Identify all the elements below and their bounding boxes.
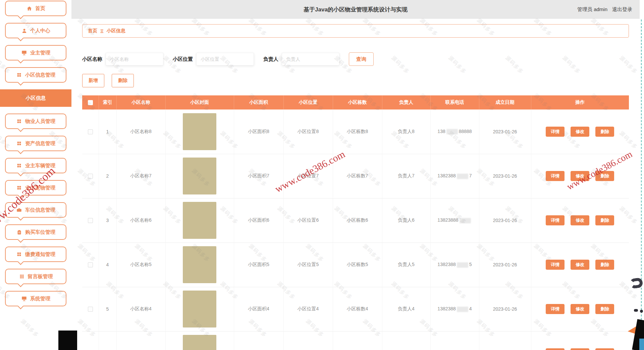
row-checkbox[interactable] [88, 307, 93, 312]
sidebar-item-icon [16, 251, 22, 257]
detail-button[interactable]: 详情 [546, 260, 565, 270]
cell-area: 小区面积4 [234, 287, 283, 331]
filter-groups: 小区名称 小区位置 负责人 [82, 53, 349, 65]
detail-button[interactable]: 详情 [546, 348, 565, 350]
sidebar-item[interactable]: 业主管理 [5, 45, 66, 60]
phone-redaction [457, 307, 468, 312]
cell-manager: 负责人6 [382, 198, 430, 243]
sidebar-item-label: 缴费通知管理 [25, 251, 55, 258]
filter-input[interactable] [106, 53, 163, 65]
community-cover-photo [183, 335, 216, 350]
col-name: 小区名称 [116, 95, 165, 110]
detail-button[interactable]: 详情 [546, 171, 565, 181]
community-cover-photo [183, 158, 216, 194]
edit-button[interactable]: 修改 [571, 348, 589, 350]
table-row: 5 小区名称4 小区面积4 小区位置4 小区栋数4 负责人4 13823884 … [82, 287, 629, 331]
sidebar-item[interactable]: 系统管理 [5, 291, 66, 306]
cell-buildings: 小区栋数6 [333, 198, 382, 243]
main-area: 基于Java的小区物业管理系统设计与实现 管理员 admin 退出登录 首页 Ξ… [71, 0, 640, 350]
filter-label: 小区位置 [173, 56, 193, 62]
detail-button[interactable]: 详情 [546, 127, 565, 137]
sidebar-item[interactable]: 物业人员管理 [5, 114, 66, 129]
sidebar-item[interactable]: 首页 [5, 1, 66, 16]
phone-redaction [457, 174, 468, 179]
sidebar-item-label: 个人中心 [30, 28, 50, 34]
cell-location: 小区位置5 [283, 243, 333, 287]
delete-button[interactable]: 删除 [595, 304, 614, 314]
sidebar-item[interactable]: 资产信息管理 [5, 136, 66, 151]
breadcrumb: 首页 Ξ 小区信息 [82, 24, 629, 38]
cell-index: 3 [99, 198, 116, 243]
sidebar-item[interactable]: 购买车位管理 [5, 224, 66, 240]
add-button[interactable]: 新增 [82, 74, 104, 87]
breadcrumb-current: 小区信息 [107, 28, 125, 34]
edit-button[interactable]: 修改 [571, 171, 589, 181]
current-user-label: 管理员 admin [577, 6, 607, 13]
col-buildings: 小区栋数 [333, 95, 382, 110]
col-area: 小区面积 [234, 95, 283, 110]
select-all-checkbox[interactable] [88, 100, 93, 105]
community-cover-photo [183, 246, 216, 283]
toolbar: 新增 删除 [82, 74, 629, 87]
sidebar-item[interactable]: 车位信息管理 [5, 202, 66, 218]
edit-button[interactable]: 修改 [571, 215, 589, 225]
sidebar-item-icon [19, 273, 25, 279]
table-row: 详情 修改 删除 [82, 331, 629, 350]
cell-area: 小区面积8 [234, 110, 283, 154]
filter-group: 负责人 [263, 53, 339, 65]
sidebar-item-label: 首页 [35, 5, 45, 12]
cell-name [116, 331, 165, 350]
sidebar-item-label: 业主管理 [30, 50, 50, 56]
delete-button[interactable]: 删除 [595, 127, 614, 137]
edit-button[interactable]: 修改 [571, 260, 589, 270]
phone-redaction [457, 262, 468, 268]
delete-selected-button[interactable]: 删除 [112, 74, 134, 87]
detail-button[interactable]: 详情 [546, 215, 565, 225]
table-row: 4 小区名称5 小区面积5 小区位置5 小区栋数5 负责人5 13823885 … [82, 243, 629, 287]
cell-phone: 13823885 [430, 243, 479, 287]
delete-button[interactable]: 删除 [595, 260, 614, 270]
cell-location: 小区位置7 [283, 154, 333, 198]
delete-button[interactable]: 删除 [595, 215, 614, 225]
logout-link[interactable]: 退出登录 [612, 6, 632, 13]
topbar: 基于Java的小区物业管理系统设计与实现 管理员 admin 退出登录 [71, 0, 640, 19]
sidebar-item[interactable]: 小区信息管理 [5, 67, 66, 83]
cell-index: 2 [99, 154, 116, 198]
detail-button[interactable]: 详情 [546, 304, 565, 314]
sidebar-item[interactable]: 缴费通知管理 [5, 247, 66, 262]
edit-button[interactable]: 修改 [571, 127, 589, 137]
phone-suffix: 7 [469, 173, 472, 178]
cell-date: 2023-01-26 [479, 287, 531, 331]
phone-redaction [460, 218, 471, 223]
sidebar-item[interactable]: 个人中心 [5, 23, 66, 38]
cell-index: 1 [99, 110, 116, 154]
sidebar-item[interactable]: 留言板管理 [5, 269, 66, 284]
col-actions: 操作 [531, 95, 629, 110]
delete-button[interactable]: 删除 [595, 348, 614, 350]
cell-buildings: 小区栋数5 [333, 243, 382, 287]
cell-name: 小区名称6 [116, 198, 165, 243]
row-checkbox[interactable] [88, 218, 93, 223]
sidebar-item-icon [16, 163, 22, 169]
phone-suffix: 5 [469, 262, 472, 267]
row-checkbox[interactable] [88, 262, 93, 267]
edit-button[interactable]: 修改 [571, 304, 589, 314]
breadcrumb-separator-icon: Ξ [100, 28, 104, 34]
filter-input[interactable] [282, 53, 339, 65]
sidebar-item[interactable]: 小区信息 [0, 89, 71, 107]
phone-prefix: 138 [437, 129, 445, 134]
sidebar-item[interactable]: 业主宠物管理 [5, 180, 66, 195]
row-checkbox[interactable] [88, 129, 93, 134]
breadcrumb-home-link[interactable]: 首页 [88, 28, 97, 34]
search-button[interactable]: 查询 [349, 52, 374, 66]
sidebar-item-label: 系统管理 [30, 296, 50, 302]
community-cover-photo [183, 202, 216, 239]
filter-group: 小区名称 [82, 53, 163, 65]
sidebar-item-icon [26, 5, 32, 11]
row-checkbox[interactable] [88, 174, 93, 179]
community-table: 索引 小区名称 小区封面 小区面积 小区位置 小区栋数 负责人 联系电话 成立日… [82, 95, 629, 350]
phone-redaction [446, 129, 458, 134]
sidebar-item[interactable]: 业主车辆管理 [5, 158, 66, 173]
filter-input[interactable] [196, 53, 254, 65]
delete-button[interactable]: 删除 [595, 171, 614, 181]
